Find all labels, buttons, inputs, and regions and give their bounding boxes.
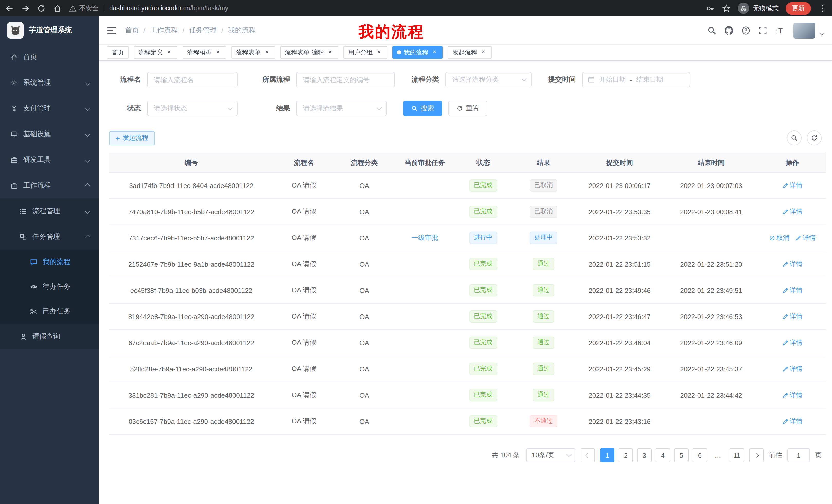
goto-prefix-label: 前往 xyxy=(769,451,782,460)
next-page-button[interactable] xyxy=(749,448,763,463)
detail-action-link[interactable]: 详情 xyxy=(796,233,815,242)
breadcrumb-home[interactable]: 首页 xyxy=(125,26,139,35)
cell-process-id: 7470a810-7b9b-11ec-b5b7-acde48001122 xyxy=(109,199,274,225)
pager-more-button[interactable]: … xyxy=(711,448,726,463)
detail-action-link[interactable]: 详情 xyxy=(782,260,802,269)
tab-close-icon[interactable]: × xyxy=(375,49,383,56)
page-button-1[interactable]: 1 xyxy=(600,448,615,463)
detail-action-link[interactable]: 详情 xyxy=(782,207,802,216)
font-size-icon[interactable]: tT xyxy=(775,26,785,35)
page-button-11[interactable]: 11 xyxy=(730,448,744,463)
chevron-down-icon xyxy=(85,132,90,137)
detail-action-link[interactable]: 详情 xyxy=(782,312,802,321)
cell-current-task xyxy=(394,172,455,199)
detail-action-link[interactable]: 详情 xyxy=(782,181,802,190)
process-def-input[interactable] xyxy=(296,72,395,87)
tab-close-icon[interactable]: × xyxy=(214,49,222,56)
fullscreen-icon[interactable] xyxy=(758,26,767,35)
star-icon[interactable] xyxy=(722,4,731,12)
tab-close-icon[interactable]: × xyxy=(165,49,173,56)
workflow-icon xyxy=(10,181,18,189)
sidebar-item-process-mgmt[interactable]: 流程管理 xyxy=(0,198,99,224)
detail-action-link[interactable]: 详情 xyxy=(782,286,802,295)
sidebar-item-system[interactable]: 系统管理 xyxy=(0,70,99,95)
breadcrumb-workflow[interactable]: 工作流程 xyxy=(150,26,178,35)
tab-6[interactable]: 我的流程× xyxy=(392,46,443,59)
sidebar-item-task-mgmt[interactable]: 任务管理 xyxy=(0,224,99,250)
detail-action-link[interactable]: 详情 xyxy=(782,338,802,347)
sidebar-item-infrastructure[interactable]: 基础设施 xyxy=(0,121,99,147)
detail-action-label: 详情 xyxy=(789,286,802,295)
column-header: 提交时间 xyxy=(576,153,663,172)
cell-end-time: 2022-01-22 23:44:42 xyxy=(663,382,759,408)
detail-action-link[interactable]: 详情 xyxy=(782,365,802,373)
help-icon[interactable] xyxy=(742,26,750,35)
tab-close-icon[interactable]: × xyxy=(263,49,270,56)
sidebar-item-leave-query[interactable]: 请假查询 xyxy=(0,324,99,349)
current-task-link[interactable]: 一级审批 xyxy=(411,234,438,242)
status-select[interactable]: 请选择状态 xyxy=(147,101,238,116)
page-button-6[interactable]: 6 xyxy=(693,448,707,463)
tab-close-icon[interactable]: × xyxy=(327,49,334,56)
menu-dots-icon[interactable] xyxy=(818,4,827,12)
address-bar[interactable]: 不安全 dashboard.yudao.iocoder.cn/bpm/task/… xyxy=(69,4,706,12)
status-badge: 已完成 xyxy=(469,310,497,323)
submit-time-range-picker[interactable]: 开始日期 - 结束日期 xyxy=(582,72,690,87)
url-text[interactable]: dashboard.yudao.iocoder.cn/bpm/task/my xyxy=(109,5,228,12)
sidebar-item-workflow[interactable]: 工作流程 xyxy=(0,173,99,198)
back-icon[interactable] xyxy=(5,4,14,12)
sidebar-item-my-process[interactable]: 我的流程 xyxy=(0,250,99,274)
home-icon[interactable] xyxy=(53,4,62,12)
hamburger-icon[interactable] xyxy=(107,26,117,34)
tab-4[interactable]: 流程表单-编辑× xyxy=(280,46,338,59)
detail-action-link[interactable]: 详情 xyxy=(782,391,802,399)
cancel-action-link[interactable]: 取消 xyxy=(769,233,789,242)
tab-7[interactable]: 发起流程× xyxy=(448,46,492,59)
result-select[interactable]: 请选择流结果 xyxy=(296,101,387,116)
page-size-select[interactable]: 10条/页 xyxy=(526,448,575,463)
refresh-table-button[interactable] xyxy=(807,131,822,145)
tab-label: 发起流程 xyxy=(452,48,477,57)
sidebar-item-devtools[interactable]: 研发工具 xyxy=(0,147,99,173)
breadcrumb-task-mgmt[interactable]: 任务管理 xyxy=(189,26,217,35)
tab-3[interactable]: 流程表单× xyxy=(231,46,275,59)
sidebar-item-todo-tasks[interactable]: 待办任务 xyxy=(0,274,99,299)
page-button-2[interactable]: 2 xyxy=(619,448,633,463)
reset-button[interactable]: 重置 xyxy=(448,101,488,116)
detail-action-link[interactable]: 详情 xyxy=(782,417,802,426)
prev-page-button[interactable] xyxy=(580,448,595,463)
sidebar-item-done-tasks[interactable]: 已办任务 xyxy=(0,299,99,324)
goto-page-input[interactable] xyxy=(787,448,810,463)
tab-close-icon[interactable]: × xyxy=(431,49,438,56)
active-tab-dot-icon xyxy=(397,50,401,54)
tab-bar: 首页流程定义×流程模型×流程表单×流程表单-编辑×用户分组×我的流程×发起流程× xyxy=(99,45,832,61)
tab-2[interactable]: 流程模型× xyxy=(183,46,226,59)
page-button-5[interactable]: 5 xyxy=(674,448,688,463)
caret-down-icon[interactable] xyxy=(820,30,825,35)
toggle-search-button[interactable] xyxy=(787,131,802,145)
tab-close-icon[interactable]: × xyxy=(480,49,487,56)
forward-icon[interactable] xyxy=(21,4,30,12)
search-button[interactable]: 搜索 xyxy=(403,101,442,116)
tab-5[interactable]: 用户分组× xyxy=(343,46,387,59)
key-icon[interactable] xyxy=(706,4,715,12)
sidebar-item-payment[interactable]: 支付管理 xyxy=(0,95,99,121)
leave-icon xyxy=(20,333,27,340)
tab-0[interactable]: 首页 xyxy=(107,46,129,59)
reload-icon[interactable] xyxy=(37,4,46,12)
cell-process-id: 52ffd28e-7b9a-11ec-a290-acde48001122 xyxy=(109,356,274,382)
github-icon[interactable] xyxy=(725,26,733,35)
status-badge: 已完成 xyxy=(469,415,497,427)
process-name-input[interactable] xyxy=(147,72,238,87)
update-button[interactable]: 更新 xyxy=(786,2,811,15)
avatar[interactable] xyxy=(794,22,815,38)
create-process-button[interactable]: + 发起流程 xyxy=(109,131,155,145)
breadcrumb-current: 我的流程 xyxy=(228,26,256,35)
page-button-4[interactable]: 4 xyxy=(656,448,670,463)
sidebar-item-home[interactable]: 首页 xyxy=(0,44,99,70)
result-label: 结果 xyxy=(254,104,290,113)
page-button-3[interactable]: 3 xyxy=(637,448,651,463)
search-icon[interactable] xyxy=(707,26,716,35)
category-select[interactable]: 请选择流程分类 xyxy=(445,72,532,87)
tab-1[interactable]: 流程定义× xyxy=(134,46,177,59)
